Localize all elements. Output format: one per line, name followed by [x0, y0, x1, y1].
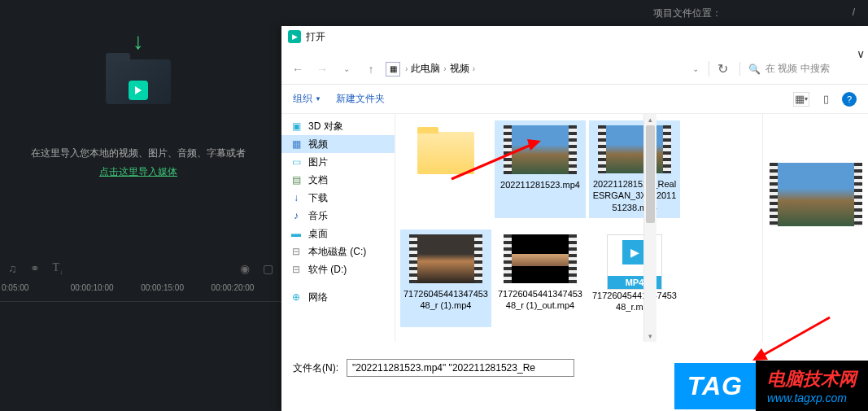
- timeline-track[interactable]: [0, 301, 281, 326]
- video-thumbnail: [504, 234, 577, 283]
- import-folder-illustration: ↓: [89, 41, 187, 122]
- watermark-tag: TAG: [674, 363, 756, 409]
- file-item-folder[interactable]: [400, 120, 491, 218]
- breadcrumb-item[interactable]: 视频: [450, 62, 469, 76]
- tree-item-pictures[interactable]: ▭图片: [281, 153, 395, 171]
- search-field[interactable]: 🔍 在 视频 中搜索: [739, 62, 861, 76]
- tree-item-disk-c[interactable]: ⊟本地磁盘 (C:): [281, 243, 395, 260]
- preview-pane: [762, 114, 868, 342]
- file-label: 202211281523.mp4: [500, 179, 580, 190]
- chevron-right-icon[interactable]: ›: [405, 64, 408, 73]
- tree-item-disk-d[interactable]: ⊟软件 (D:): [281, 260, 395, 278]
- filename-label: 文件名(N):: [293, 361, 338, 375]
- search-placeholder: 在 视频 中搜索: [765, 62, 830, 76]
- vertical-scrollbar[interactable]: ▴ ▾: [643, 114, 656, 342]
- dialog-titlebar: ▶ 打开: [281, 26, 868, 47]
- tree-item-music[interactable]: ♪音乐: [281, 207, 395, 225]
- time-mark: 00:00:10:00: [71, 283, 141, 300]
- nav-forward-button[interactable]: →: [312, 59, 332, 79]
- video-thumbnail: [504, 125, 577, 174]
- breadcrumb-item[interactable]: 此电脑: [411, 62, 440, 76]
- chevron-right-icon: ›: [443, 64, 446, 73]
- tree-item-documents[interactable]: ▤文档: [281, 171, 395, 189]
- file-item-video[interactable]: 7172604544134745348_r (1).mp4: [400, 230, 491, 327]
- text-tool-icon[interactable]: T↓: [53, 261, 63, 276]
- video-thumbnail: [409, 234, 482, 283]
- doc-icon: ▤: [290, 174, 303, 186]
- breadcrumb-path: › 此电脑 › 视频 ›: [405, 62, 681, 76]
- media-import-area[interactable]: ↓ 在这里导入您本地的视频、图片、音频、字幕或者 点击这里导入媒体: [24, 41, 252, 203]
- video-thumbnail: [598, 125, 671, 173]
- scroll-thumb[interactable]: [646, 125, 655, 223]
- file-label: 7172604544134745348_r.mp4: [591, 290, 678, 313]
- tree-item-desktop[interactable]: ▬桌面: [281, 225, 395, 243]
- film-icon: ▦: [290, 138, 303, 150]
- shield-icon[interactable]: ▢: [263, 262, 273, 275]
- file-label: 7172604544134745348_r (1).mp4: [402, 288, 490, 312]
- target-icon[interactable]: ◉: [240, 262, 250, 275]
- refresh-button[interactable]: ↻: [709, 61, 736, 77]
- tree-item-videos[interactable]: ▦视频: [281, 135, 395, 153]
- tree-item-network[interactable]: ⊕网络: [281, 288, 395, 306]
- new-folder-button[interactable]: 新建文件夹: [336, 92, 385, 106]
- scroll-up-icon[interactable]: ▴: [644, 114, 656, 125]
- chevron-right-icon: ›: [473, 64, 475, 73]
- folder-icon: [417, 132, 474, 174]
- timeline-ruler[interactable]: 0:05:00 00:00:10:00 00:00:15:00 00:00:20…: [0, 283, 281, 300]
- watermark-text: 电脑技术网 www.tagxp.com: [756, 361, 868, 411]
- network-icon: ⊕: [290, 291, 303, 303]
- folder-icon: [106, 59, 171, 104]
- dialog-toolbar: 组织 ▼ 新建文件夹 ▦ ▾ ▯ ?: [281, 85, 868, 114]
- scroll-down-icon[interactable]: ▾: [644, 330, 656, 342]
- file-item-video[interactable]: 202211281523_RealESRGAN_3X_1201151238.mp…: [589, 120, 680, 218]
- project-location-value: /: [853, 7, 855, 20]
- import-hint-text: 在这里导入您本地的视频、图片、音频、字幕或者: [31, 146, 246, 160]
- file-label: 202211281523_RealESRGAN_3X_1201151238.mp…: [591, 178, 678, 213]
- location-icon[interactable]: ▦: [386, 62, 400, 77]
- view-mode-dropdown[interactable]: ▦ ▾: [793, 92, 809, 107]
- time-mark: 0:05:00: [0, 283, 71, 300]
- watermark-title: 电脑技术网: [767, 367, 857, 391]
- tree-item-3d[interactable]: ▣3D 对象: [281, 117, 395, 135]
- cube-icon: ▣: [290, 120, 303, 132]
- dialog-title-text: 打开: [306, 30, 325, 44]
- filmora-app-icon: ▶: [288, 30, 301, 43]
- time-mark: 00:00:20:00: [212, 283, 281, 300]
- project-location-label: 项目文件位置：: [653, 7, 722, 20]
- tree-item-downloads[interactable]: ↓下载: [281, 189, 395, 207]
- help-icon[interactable]: ?: [842, 92, 857, 107]
- watermark-url: www.tagxp.com: [767, 391, 857, 404]
- folder-tree: ▣3D 对象 ▦视频 ▭图片 ▤文档 ↓下载 ♪音乐 ▬桌面 ⊟本地磁盘 (C:…: [281, 114, 395, 342]
- image-icon: ▭: [290, 156, 303, 168]
- link-icon[interactable]: ⚭: [30, 262, 40, 275]
- filmora-badge-icon: [129, 81, 148, 100]
- nav-recent-dropdown[interactable]: ⌄: [337, 59, 356, 79]
- file-label: 7172604544134745348_r (1)_out.mp4: [496, 288, 584, 312]
- file-item-video[interactable]: 202211281523.mp4: [495, 120, 586, 218]
- download-icon: ↓: [290, 192, 303, 203]
- file-grid[interactable]: 202211281523.mp4 202211281523_RealESRGAN…: [395, 114, 762, 342]
- preview-thumbnail: [770, 163, 862, 226]
- file-item-video[interactable]: ▶ MP4 7172604544134745348_r.mp4: [589, 230, 680, 327]
- close-icon[interactable]: ∨: [857, 47, 865, 60]
- timeline-toolbar: ♫ ⚭ T↓ ◉ ▢: [0, 256, 281, 281]
- navigation-bar: ← → ⌄ ↑ ▦ › 此电脑 › 视频 › ⌄ ↻ 🔍 在 视频 中搜索: [281, 54, 868, 85]
- organize-dropdown[interactable]: 组织 ▼: [293, 92, 321, 106]
- nav-back-button[interactable]: ←: [288, 59, 308, 79]
- time-mark: 00:00:15:00: [141, 283, 211, 300]
- search-icon: 🔍: [748, 63, 761, 75]
- watermark: TAG 电脑技术网 www.tagxp.com: [674, 361, 868, 411]
- dialog-main-area: ▣3D 对象 ▦视频 ▭图片 ▤文档 ↓下载 ♪音乐 ▬桌面 ⊟本地磁盘 (C:…: [281, 114, 868, 342]
- disk-icon: ⊟: [290, 246, 303, 257]
- preview-pane-toggle[interactable]: ▯: [818, 92, 834, 107]
- music-notes-icon[interactable]: ♫: [8, 262, 17, 275]
- arrow-down-icon: ↓: [133, 28, 144, 55]
- breadcrumb-dropdown[interactable]: ⌄: [686, 59, 705, 79]
- file-open-dialog: ▶ 打开 ∨ ← → ⌄ ↑ ▦ › 此电脑 › 视频 › ⌄ ↻ 🔍 在 视频…: [281, 26, 868, 411]
- file-item-video[interactable]: 7172604544134745348_r (1)_out.mp4: [495, 230, 586, 327]
- disk-icon: ⊟: [290, 264, 303, 275]
- desktop-icon: ▬: [290, 228, 303, 239]
- import-media-link[interactable]: 点击这里导入媒体: [99, 165, 177, 179]
- filename-input[interactable]: [347, 359, 574, 377]
- nav-up-button[interactable]: ↑: [361, 59, 381, 79]
